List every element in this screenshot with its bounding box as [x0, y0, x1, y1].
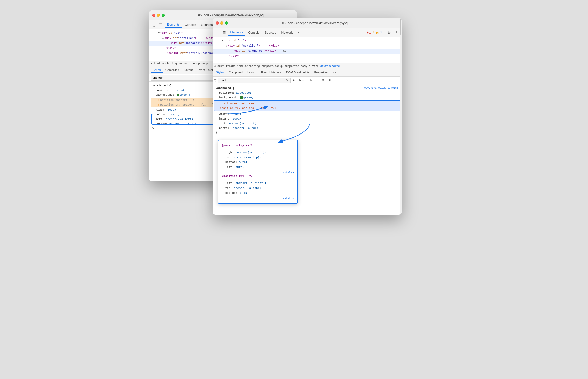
searchbar-front: ▽ ✕ ⧫ :hov .cls + ⧉ ⊞	[213, 77, 402, 84]
close-button-back[interactable]	[152, 14, 155, 17]
warning-badge: ⚠ 46	[372, 31, 379, 34]
clear-search-front[interactable]: ✕	[286, 78, 289, 82]
style-link-2[interactable]: <style>	[283, 196, 294, 201]
copy-option-front[interactable]: ⧉	[321, 78, 325, 83]
toolbar-front: ⬚ ☰ Elements Console Sources Network >> …	[213, 28, 402, 37]
more-icon[interactable]: ⋮	[394, 30, 400, 35]
maximize-button-back[interactable]	[162, 14, 165, 17]
subtab-computed-front[interactable]: Computed	[227, 70, 245, 75]
popup-rule1-left: left: auto;	[222, 165, 294, 169]
search-input-front[interactable]	[220, 79, 286, 82]
tab-elements-back[interactable]: Elements	[165, 22, 182, 28]
warning-icon: ⚠	[372, 31, 375, 34]
popup-rule2-top: top: anchor(--a top);	[222, 185, 294, 190]
devtools-window-front: DevTools - codepen.io/web-dot-dev/live/P…	[213, 18, 402, 215]
cls-option-front[interactable]: .cls	[307, 78, 313, 83]
inspect-icon[interactable]: ⬚	[151, 22, 157, 28]
scrollbar-front[interactable]	[400, 18, 402, 215]
traffic-lights-back	[152, 14, 165, 17]
scrollbar-thumb-front[interactable]	[400, 19, 401, 35]
tab-console-back[interactable]: Console	[183, 22, 198, 28]
css-prop-position-front: position: absolute;	[213, 91, 402, 95]
popup-rule2-left: left: anchor(--a right);	[222, 181, 294, 185]
info-icon: ⚐	[380, 31, 383, 34]
device-icon[interactable]: ☰	[158, 22, 164, 28]
css-highlighted-block-front: position-anchor: --a; position-try-optio…	[214, 100, 401, 111]
bc-html-front[interactable]: html.anchoring-support.popup-supported	[236, 64, 300, 68]
bc-iframe-front[interactable]: sult-iframe	[217, 64, 236, 68]
subtab-styles-front[interactable]: Styles	[214, 70, 226, 75]
breadcrumb-front: ◀ sult-iframe html.anchoring-support.pop…	[213, 63, 402, 69]
tab-network-front[interactable]: Network	[279, 30, 295, 35]
tab-elements-front[interactable]: Elements	[228, 29, 245, 36]
search-wrap-front[interactable]: ✕	[218, 78, 291, 83]
dom-tree-front: ▼<div id="cb"> ▶<div id="scroller"> ··· …	[213, 37, 402, 63]
subtab-events-front[interactable]: Event Listeners	[259, 70, 283, 75]
subtab-layout-back[interactable]: Layout	[182, 68, 195, 73]
dom-line-anchored-front: <div id="anchored"></div> == $0	[213, 49, 402, 54]
warning-count: 46	[375, 31, 379, 34]
settings-icon[interactable]: ⚙	[387, 30, 392, 35]
popup-rule1-bottom: bottom: auto;	[222, 160, 294, 165]
css-prop-left-front: left: anchor(--a left);	[213, 121, 402, 126]
close-button-front[interactable]	[216, 21, 219, 25]
minimize-button-back[interactable]	[157, 14, 160, 17]
search-options-front: ⧫ :hov .cls + ⧉ ⊞	[292, 78, 332, 83]
more-tabs-front[interactable]: >>	[296, 30, 302, 35]
error-badge: ⊗ 1	[366, 31, 371, 34]
css-prop-try-options-front: position-try-options: --f1, --f2;	[215, 106, 399, 110]
style-link-1[interactable]: <style>	[283, 170, 294, 175]
bc-divcb-front[interactable]: div#cb	[308, 64, 320, 68]
subtab-dom-front[interactable]: DOM Breakpoints	[284, 70, 312, 75]
toolbar-badges: ⊗ 1 ⚠ 46 ⚐ 7 ⚙ ⋮	[366, 30, 400, 35]
filter-icon2-front[interactable]: ⧫	[292, 78, 295, 83]
dom-line-front-4: </div>	[213, 54, 402, 58]
popup-box: @position-try --f1 right: anchor(--a lef…	[218, 140, 298, 204]
tab-sources-front[interactable]: Sources	[263, 30, 278, 35]
subtabs-front: Styles Computed Layout Event Listeners D…	[213, 69, 402, 77]
window-title-back: DevTools - codepen.io/web-dot-dev/live/P…	[167, 13, 294, 17]
hov-option-front[interactable]: :hov	[297, 78, 305, 83]
css-selector-front: #anchored { Pogyyyq?ano…iew=live:55	[213, 86, 402, 91]
popup-rule1-right: right: anchor(--a left);	[222, 150, 294, 155]
css-close-front: }	[213, 130, 402, 135]
css-prop-anchor-front: position-anchor: --a;	[215, 101, 399, 106]
subtab-properties-front[interactable]: Properties	[312, 70, 330, 75]
subtab-styles-back[interactable]: Styles	[151, 68, 163, 73]
subtab-layout-front[interactable]: Layout	[245, 70, 258, 75]
popup-rule1-at: @position-try --f1	[222, 143, 294, 148]
expand-option-front[interactable]: ⊞	[327, 78, 332, 83]
css-area-front: #anchored { Pogyyyq?ano…iew=live:55 posi…	[213, 84, 402, 135]
subtab-more-front[interactable]: >>	[330, 70, 338, 75]
error-icon: ⊗	[366, 31, 369, 34]
bc-body-front[interactable]: body	[300, 64, 308, 68]
css-link-front[interactable]: Pogyyyq?ano…iew=live:55	[362, 86, 398, 91]
device-icon-front[interactable]: ☰	[221, 30, 227, 35]
window-title-front: DevTools - codepen.io/web-dot-dev/live/P…	[230, 21, 398, 25]
bc-html-back[interactable]: html.anchoring-support.popup-supported	[153, 62, 217, 65]
css-prop-height-front: height: 100px;	[213, 116, 402, 121]
css-prop-background-front: background: green;	[213, 95, 402, 100]
error-count: 1	[369, 31, 371, 34]
tab-console-front[interactable]: Console	[246, 30, 262, 35]
bc-divanchored-front[interactable]: div#anchored	[320, 64, 341, 68]
add-option-front[interactable]: +	[315, 78, 319, 83]
maximize-button-front[interactable]	[225, 21, 228, 25]
filter-icon-front: ▽	[214, 79, 216, 82]
minimize-button-front[interactable]	[220, 21, 223, 25]
info-badge: ⚐ 7	[380, 31, 385, 34]
popup-rule1-top: top: anchor(--a top);	[222, 155, 294, 160]
traffic-lights-front	[216, 21, 228, 25]
popup-rule2-bottom: bottom: auto;	[222, 190, 294, 195]
dom-line-front: ▼<div id="cb">	[213, 38, 402, 43]
info-count: 7	[383, 31, 385, 34]
dom-line-front-2: ▶<div id="scroller"> ··· </div>	[213, 43, 402, 49]
subtab-computed-back[interactable]: Computed	[163, 68, 181, 73]
css-prop-width-front: width: 100px;	[213, 112, 402, 116]
inspect-icon-front[interactable]: ⬚	[215, 30, 220, 35]
css-prop-bottom-front: bottom: anchor(--a top);	[213, 126, 402, 130]
titlebar-front: DevTools - codepen.io/web-dot-dev/live/P…	[213, 18, 402, 28]
